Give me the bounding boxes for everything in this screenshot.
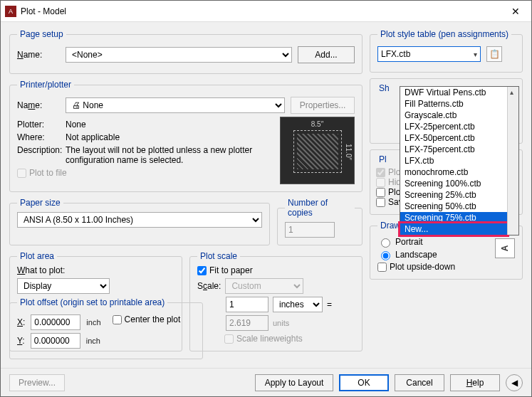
plot-style-legend: Plot style table (pen assignments) [377,29,511,39]
plot-style-group: Plot style table (pen assignments) LFX.c… [370,29,523,73]
where-value: Not applicable [66,132,120,142]
page-setup-name-select[interactable]: <None> [66,47,292,63]
paper-size-group: Paper size ANSI A (8.50 x 11.00 Inches) [9,198,270,245]
plot-style-option[interactable]: DWF Virtual Pens.ctb [400,87,507,98]
portrait-radio[interactable]: Portrait [377,236,489,248]
plot-dialog: A Plot - Model ✕ Page setup Name: <None>… [0,0,532,397]
page-setup-legend: Page setup [17,29,66,39]
fit-to-paper-checkbox[interactable]: Fit to paper [197,265,355,275]
paper-size-select[interactable]: ANSI A (8.50 x 11.00 Inches) [17,212,262,228]
collapse-button[interactable]: ◀ [506,374,523,391]
plot-offset-legend: Plot offset (origin set to printable are… [17,297,167,307]
scale-label: Scale: [197,281,221,291]
plot-offset-group: Plot offset (origin set to printable are… [9,297,203,359]
titlebar: A Plot - Model ✕ [1,1,531,22]
add-button[interactable]: Add... [298,46,355,63]
paper-size-legend: Paper size [17,198,63,208]
ok-button[interactable]: OK [339,374,389,391]
page-setup-group: Page setup Name: <None> Add... [9,29,363,74]
copies-legend: Number of copies [285,198,355,218]
scale-select: Custom [225,278,303,294]
plot-to-file-checkbox[interactable]: Plot to file [17,168,274,178]
plot-style-dropdown[interactable]: DWF Virtual Pens.ctb Fill Patterns.ctb G… [400,86,519,235]
button-bar: Preview... Apply to Layout OK Cancel Hel… [1,368,531,396]
apply-to-layout-button[interactable]: Apply to Layout [255,374,333,391]
edit-plot-style-button[interactable]: 📋 [486,46,502,62]
printer-group: Printer/plotter Name: 🖨 None Properties.… [9,80,363,192]
scale-unit2: units [273,319,289,327]
plot-style-option[interactable]: Screening 50%.ctb [400,201,507,212]
plot-style-option[interactable]: monochrome.ctb [400,166,507,178]
plot-style-option[interactable]: LFX-75percent.ctb [400,144,507,155]
landscape-radio[interactable]: Landscape [377,249,489,260]
preview-button: Preview... [9,374,65,391]
plot-style-option-new[interactable]: New... [400,223,507,235]
plot-style-option[interactable]: Screening 100%.ctb [400,178,507,189]
plotter-value: None [66,120,86,129]
what-to-plot-label: What to plot: [17,265,174,275]
plot-style-option[interactable]: LFX.ctb [400,155,507,166]
offset-x-label: X: [17,317,25,327]
plot-style-option[interactable]: Fill Patterns.ctb [400,98,507,110]
help-button[interactable]: Help [450,374,500,391]
dropdown-scrollbar[interactable] [507,87,518,235]
equals-label: = [327,300,332,309]
window-title: Plot - Model [21,6,500,16]
properties-button: Properties... [291,97,355,114]
plot-style-option[interactable]: LFX-25percent.ctb [400,121,507,132]
printer-name-label: Name: [17,100,60,110]
scale-num1[interactable] [226,297,268,312]
offset-y-label: Y: [17,336,25,346]
orientation-icon: A [495,238,515,258]
paper-width-dim: 8.5″ [295,120,340,128]
close-button[interactable]: ✕ [500,1,531,22]
offset-x-input[interactable] [31,314,80,330]
plot-style-option[interactable]: Screening 25%.ctb [400,189,507,201]
scale-num2 [226,315,268,331]
scale-lineweights-checkbox: Scale lineweights [224,334,355,344]
paper-preview: 8.5″ 11.0″ [280,117,355,184]
copies-group: Number of copies [277,198,363,245]
desc-value: The layout will not be plotted unless a … [66,145,274,165]
center-plot-checkbox[interactable]: Center the plot [113,314,181,324]
app-icon: A [5,6,16,17]
page-setup-name-label: Name: [17,50,60,60]
printer-name-select[interactable]: 🖨 None [66,97,285,113]
plot-area-legend: Plot area [17,251,57,261]
plot-scale-legend: Plot scale [197,251,240,261]
plot-style-option[interactable]: Screening 75%.ctb [400,212,507,223]
plot-style-select[interactable]: LFX.ctb▾ [377,46,481,62]
chevron-down-icon: ▾ [474,51,477,58]
offset-y-input[interactable] [31,333,80,349]
copies-input [285,222,335,238]
plot-scale-group: Plot scale Fit to paper Scale: Custom in… [189,251,363,351]
where-label: Where: [17,132,60,142]
printer-legend: Printer/plotter [17,80,74,90]
plot-style-option[interactable]: LFX-50percent.ctb [400,132,507,144]
plotter-label: Plotter: [17,120,60,129]
what-to-plot-select[interactable]: Display [17,278,110,294]
desc-label: Description: [17,145,60,155]
paper-height-dim: 11.0″ [345,132,353,172]
cancel-button[interactable]: Cancel [395,374,444,391]
scale-unit1[interactable]: inches [273,297,323,312]
plot-style-option[interactable]: Grayscale.ctb [400,110,507,121]
upside-down-checkbox[interactable]: Plot upside-down [377,262,515,272]
